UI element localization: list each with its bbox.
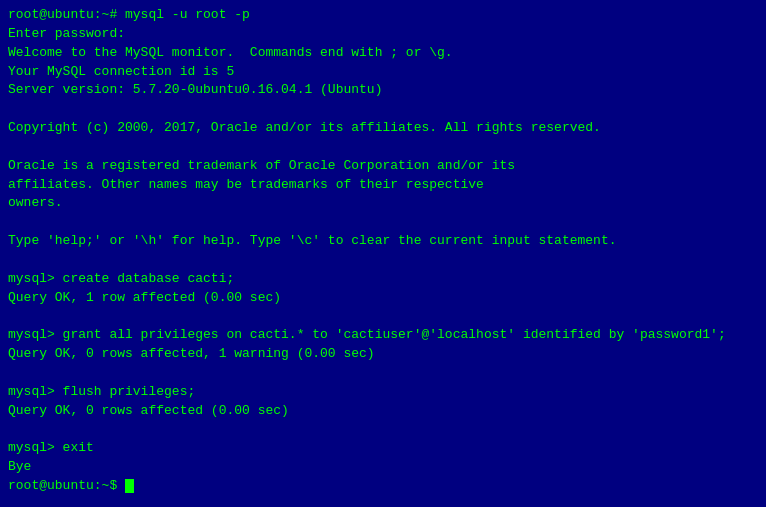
terminal[interactable]: root@ubuntu:~# mysql -u root -p Enter pa… [0,0,766,507]
cursor [125,479,134,493]
